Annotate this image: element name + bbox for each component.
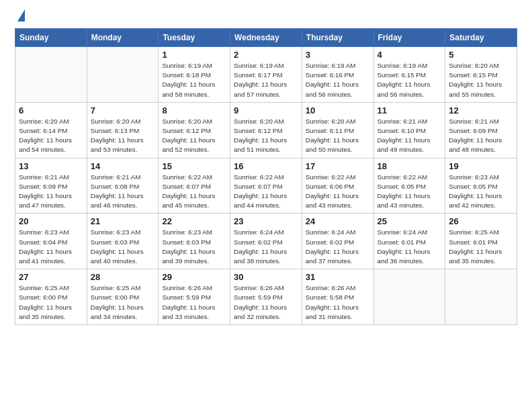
day-number: 10 bbox=[306, 105, 370, 116]
day-number: 31 bbox=[306, 272, 370, 282]
day-info: Sunrise: 6:19 AM Sunset: 6:17 PM Dayligh… bbox=[234, 61, 298, 99]
calendar-cell: 26Sunrise: 6:25 AM Sunset: 6:01 PM Dayli… bbox=[445, 214, 517, 269]
calendar-cell: 17Sunrise: 6:22 AM Sunset: 6:06 PM Dayli… bbox=[302, 158, 373, 214]
day-number: 24 bbox=[306, 216, 370, 226]
calendar-cell: 1Sunrise: 6:19 AM Sunset: 6:18 PM Daylig… bbox=[159, 47, 230, 103]
day-info: Sunrise: 6:19 AM Sunset: 6:16 PM Dayligh… bbox=[306, 61, 370, 99]
day-info: Sunrise: 6:24 AM Sunset: 6:02 PM Dayligh… bbox=[234, 228, 298, 266]
page: SundayMondayTuesdayWednesdayThursdayFrid… bbox=[0, 0, 532, 411]
calendar-cell: 14Sunrise: 6:21 AM Sunset: 6:08 PM Dayli… bbox=[87, 158, 159, 214]
logo-triangle-icon bbox=[17, 9, 25, 21]
day-info: Sunrise: 6:20 AM Sunset: 6:15 PM Dayligh… bbox=[449, 61, 513, 99]
calendar-cell: 23Sunrise: 6:24 AM Sunset: 6:02 PM Dayli… bbox=[230, 214, 302, 269]
day-info: Sunrise: 6:26 AM Sunset: 5:58 PM Dayligh… bbox=[306, 283, 370, 322]
calendar-cell: 3Sunrise: 6:19 AM Sunset: 6:16 PM Daylig… bbox=[302, 47, 373, 103]
calendar-cell: 9Sunrise: 6:20 AM Sunset: 6:12 PM Daylig… bbox=[230, 102, 302, 158]
day-info: Sunrise: 6:22 AM Sunset: 6:07 PM Dayligh… bbox=[162, 173, 226, 211]
calendar-cell: 7Sunrise: 6:20 AM Sunset: 6:13 PM Daylig… bbox=[87, 102, 159, 158]
week-row-3: 13Sunrise: 6:21 AM Sunset: 6:09 PM Dayli… bbox=[15, 158, 517, 214]
day-number: 26 bbox=[449, 216, 513, 226]
day-number: 17 bbox=[306, 161, 370, 171]
day-number: 22 bbox=[162, 216, 226, 226]
calendar-cell: 11Sunrise: 6:21 AM Sunset: 6:10 PM Dayli… bbox=[373, 102, 445, 158]
day-info: Sunrise: 6:21 AM Sunset: 6:08 PM Dayligh… bbox=[91, 173, 155, 211]
day-info: Sunrise: 6:21 AM Sunset: 6:09 PM Dayligh… bbox=[449, 117, 513, 155]
day-info: Sunrise: 6:23 AM Sunset: 6:05 PM Dayligh… bbox=[449, 173, 513, 211]
day-info: Sunrise: 6:20 AM Sunset: 6:13 PM Dayligh… bbox=[91, 117, 155, 155]
weekday-header-saturday: Saturday bbox=[445, 29, 517, 47]
weekday-header-tuesday: Tuesday bbox=[159, 29, 230, 47]
day-number: 9 bbox=[234, 105, 298, 116]
calendar-cell: 25Sunrise: 6:24 AM Sunset: 6:01 PM Dayli… bbox=[373, 214, 445, 269]
day-info: Sunrise: 6:19 AM Sunset: 6:18 PM Dayligh… bbox=[162, 61, 226, 99]
day-number: 8 bbox=[162, 105, 226, 116]
day-number: 5 bbox=[449, 50, 513, 60]
week-row-1: 1Sunrise: 6:19 AM Sunset: 6:18 PM Daylig… bbox=[15, 47, 517, 103]
day-number: 7 bbox=[91, 105, 155, 116]
day-info: Sunrise: 6:26 AM Sunset: 5:59 PM Dayligh… bbox=[162, 283, 226, 322]
day-number: 12 bbox=[449, 105, 513, 116]
weekday-header-sunday: Sunday bbox=[15, 29, 87, 47]
day-number: 23 bbox=[234, 216, 298, 226]
day-info: Sunrise: 6:25 AM Sunset: 6:01 PM Dayligh… bbox=[449, 228, 513, 266]
calendar-cell bbox=[15, 47, 87, 103]
day-info: Sunrise: 6:24 AM Sunset: 6:01 PM Dayligh… bbox=[378, 228, 442, 266]
calendar-cell: 10Sunrise: 6:20 AM Sunset: 6:11 PM Dayli… bbox=[302, 102, 373, 158]
calendar-cell: 16Sunrise: 6:22 AM Sunset: 6:07 PM Dayli… bbox=[230, 158, 302, 214]
calendar-cell: 2Sunrise: 6:19 AM Sunset: 6:17 PM Daylig… bbox=[230, 47, 302, 103]
day-info: Sunrise: 6:20 AM Sunset: 6:14 PM Dayligh… bbox=[19, 117, 83, 155]
calendar-cell: 6Sunrise: 6:20 AM Sunset: 6:14 PM Daylig… bbox=[15, 102, 87, 158]
weekday-header-monday: Monday bbox=[87, 29, 159, 47]
day-number: 29 bbox=[162, 272, 226, 282]
day-number: 14 bbox=[91, 161, 155, 171]
header bbox=[15, 12, 517, 21]
day-info: Sunrise: 6:22 AM Sunset: 6:06 PM Dayligh… bbox=[306, 173, 370, 211]
day-info: Sunrise: 6:24 AM Sunset: 6:02 PM Dayligh… bbox=[306, 228, 370, 266]
calendar-cell: 21Sunrise: 6:23 AM Sunset: 6:03 PM Dayli… bbox=[87, 214, 159, 269]
day-number: 18 bbox=[378, 161, 442, 171]
calendar-cell bbox=[373, 269, 445, 325]
day-info: Sunrise: 6:26 AM Sunset: 5:59 PM Dayligh… bbox=[234, 283, 298, 322]
calendar-cell: 31Sunrise: 6:26 AM Sunset: 5:58 PM Dayli… bbox=[302, 269, 373, 325]
day-info: Sunrise: 6:21 AM Sunset: 6:10 PM Dayligh… bbox=[378, 117, 442, 155]
week-row-4: 20Sunrise: 6:23 AM Sunset: 6:04 PM Dayli… bbox=[15, 214, 517, 269]
day-info: Sunrise: 6:22 AM Sunset: 6:07 PM Dayligh… bbox=[234, 173, 298, 211]
calendar: SundayMondayTuesdayWednesdayThursdayFrid… bbox=[15, 28, 517, 325]
day-number: 1 bbox=[162, 50, 226, 60]
week-row-5: 27Sunrise: 6:25 AM Sunset: 6:00 PM Dayli… bbox=[15, 269, 517, 325]
calendar-cell: 29Sunrise: 6:26 AM Sunset: 5:59 PM Dayli… bbox=[159, 269, 230, 325]
day-number: 6 bbox=[19, 105, 83, 116]
day-number: 27 bbox=[19, 272, 83, 282]
day-info: Sunrise: 6:19 AM Sunset: 6:15 PM Dayligh… bbox=[378, 61, 442, 99]
weekday-header-thursday: Thursday bbox=[302, 29, 373, 47]
calendar-cell: 27Sunrise: 6:25 AM Sunset: 6:00 PM Dayli… bbox=[15, 269, 87, 325]
calendar-cell: 18Sunrise: 6:22 AM Sunset: 6:05 PM Dayli… bbox=[373, 158, 445, 214]
day-info: Sunrise: 6:23 AM Sunset: 6:04 PM Dayligh… bbox=[19, 228, 83, 266]
day-info: Sunrise: 6:23 AM Sunset: 6:03 PM Dayligh… bbox=[162, 228, 226, 266]
day-number: 30 bbox=[234, 272, 298, 282]
day-info: Sunrise: 6:25 AM Sunset: 6:00 PM Dayligh… bbox=[19, 283, 83, 322]
calendar-cell: 13Sunrise: 6:21 AM Sunset: 6:09 PM Dayli… bbox=[15, 158, 87, 214]
weekday-header-wednesday: Wednesday bbox=[230, 29, 302, 47]
day-info: Sunrise: 6:25 AM Sunset: 6:00 PM Dayligh… bbox=[91, 283, 155, 322]
day-number: 4 bbox=[378, 50, 442, 60]
calendar-cell bbox=[87, 47, 159, 103]
day-number: 19 bbox=[449, 161, 513, 171]
day-number: 13 bbox=[19, 161, 83, 171]
day-number: 11 bbox=[378, 105, 442, 116]
day-info: Sunrise: 6:20 AM Sunset: 6:12 PM Dayligh… bbox=[162, 117, 226, 155]
weekday-header-row: SundayMondayTuesdayWednesdayThursdayFrid… bbox=[15, 29, 517, 47]
calendar-cell: 5Sunrise: 6:20 AM Sunset: 6:15 PM Daylig… bbox=[445, 47, 517, 103]
day-info: Sunrise: 6:21 AM Sunset: 6:09 PM Dayligh… bbox=[19, 173, 83, 211]
calendar-cell: 19Sunrise: 6:23 AM Sunset: 6:05 PM Dayli… bbox=[445, 158, 517, 214]
day-number: 15 bbox=[162, 161, 226, 171]
weekday-header-friday: Friday bbox=[373, 29, 445, 47]
day-info: Sunrise: 6:20 AM Sunset: 6:11 PM Dayligh… bbox=[306, 117, 370, 155]
calendar-cell: 8Sunrise: 6:20 AM Sunset: 6:12 PM Daylig… bbox=[159, 102, 230, 158]
day-number: 3 bbox=[306, 50, 370, 60]
calendar-cell bbox=[445, 269, 517, 325]
calendar-cell: 22Sunrise: 6:23 AM Sunset: 6:03 PM Dayli… bbox=[159, 214, 230, 269]
calendar-cell: 15Sunrise: 6:22 AM Sunset: 6:07 PM Dayli… bbox=[159, 158, 230, 214]
calendar-cell: 12Sunrise: 6:21 AM Sunset: 6:09 PM Dayli… bbox=[445, 102, 517, 158]
calendar-cell: 20Sunrise: 6:23 AM Sunset: 6:04 PM Dayli… bbox=[15, 214, 87, 269]
